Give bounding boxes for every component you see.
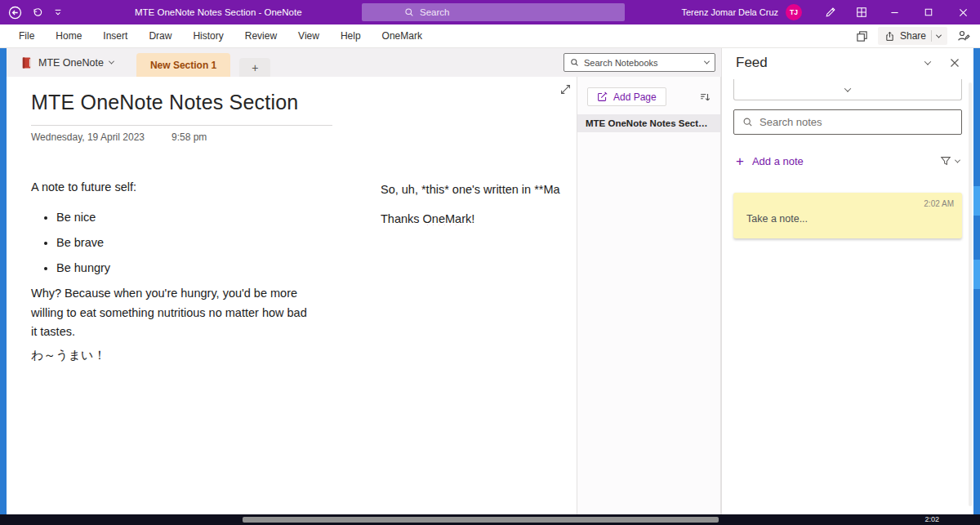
section-tab-new-section-1[interactable]: New Section 1 [136, 53, 230, 77]
menu-history[interactable]: History [182, 24, 234, 47]
menubar-right: Share [856, 27, 980, 45]
account-name[interactable]: Terenz Jomar Dela Cruz [681, 7, 778, 17]
side-note-line2: Thanks OneMark! [381, 212, 577, 225]
plus-icon: + [736, 154, 744, 168]
menu-draw[interactable]: Draw [138, 24, 182, 47]
feed-search-input[interactable] [760, 116, 953, 128]
note-text: Take a note... [746, 213, 808, 225]
feed-search-box[interactable] [733, 109, 962, 135]
sticky-note-card[interactable]: 2:02 AM Take a note... [733, 193, 962, 238]
share-chevron-icon[interactable] [936, 32, 942, 38]
misspelled-word: OneMark [423, 212, 472, 225]
quick-access-toolbar [0, 6, 63, 20]
ribbon-options-icon[interactable] [53, 7, 63, 17]
feed-header: Feed [722, 48, 973, 78]
notebook-search-placeholder: Search Notebooks [584, 58, 700, 68]
section-tabs: New Section 1 + [136, 48, 270, 77]
menu-home[interactable]: Home [45, 24, 92, 47]
side-note-line1: So, uh, *this* one's written in **Ma [381, 180, 577, 198]
back-icon[interactable] [8, 6, 22, 20]
page-list: MTE OneNote Notes Sect… [577, 114, 720, 132]
note-bullet-list: Be nice Be brave Be hungry [31, 208, 325, 277]
notebook-name: MTE OneNote [38, 57, 104, 69]
notebook-icon [20, 56, 33, 69]
share-label: Share [900, 30, 926, 42]
feed-title: Feed [736, 55, 768, 71]
main-column: MTE OneNote New Section 1 + Search Noteb… [7, 48, 721, 514]
feed-close-icon[interactable] [950, 58, 960, 68]
menu-insert[interactable]: Insert [92, 24, 138, 47]
menu-onemark[interactable]: OneMark [372, 24, 433, 47]
notebook-search-box[interactable]: Search Notebooks [564, 53, 715, 72]
search-icon [570, 58, 579, 67]
compose-icon [597, 91, 608, 102]
titlebar-right: Terenz Jomar Dela Cruz TJ [681, 0, 980, 24]
bullet-item: Be nice [56, 208, 325, 226]
onenote-window: MTE OneNote New Section 1 + Search Noteb… [7, 48, 973, 514]
expand-page-icon[interactable] [560, 84, 571, 95]
collapsed-filter-control[interactable] [733, 79, 962, 100]
menu-review[interactable]: Review [234, 24, 287, 47]
page-date[interactable]: Wednesday, 19 April 2023 [31, 131, 145, 143]
feed-toolbar: + Add a note [736, 153, 960, 169]
undo-icon[interactable] [32, 7, 43, 18]
horizontal-scrollbar[interactable] [243, 517, 719, 523]
content-row: MTE OneNote Notes Section Wednesday, 19 … [7, 77, 721, 514]
ribbon-menubar: File Home Insert Draw History Review Vie… [0, 24, 980, 48]
maximize-button[interactable] [911, 0, 946, 24]
page-meta: Wednesday, 19 April 2023 9:58 pm [31, 131, 207, 143]
add-page-label: Add Page [613, 91, 657, 103]
search-icon [404, 7, 414, 17]
titlebar-search[interactable]: Search [362, 3, 625, 21]
page-list-item[interactable]: MTE OneNote Notes Sect… [577, 114, 720, 132]
menu-view[interactable]: View [287, 24, 330, 47]
note-japanese-line: わ～うまい！ [31, 348, 325, 363]
feed-filter-control[interactable] [940, 155, 960, 167]
person-edit-icon[interactable] [957, 29, 970, 42]
overlapping-windows-icon[interactable] [856, 30, 868, 42]
share-icon [884, 31, 895, 42]
note-paragraph: Why? Because when you're hungry, you'd b… [31, 284, 312, 342]
page-title[interactable]: MTE OneNote Notes Section [31, 91, 332, 126]
close-button[interactable] [946, 0, 980, 24]
notebook-dropdown-icon[interactable] [109, 59, 114, 65]
side-note-block[interactable]: So, uh, *this* one's written in **Ma Tha… [381, 180, 577, 225]
menu-file[interactable]: File [8, 24, 45, 47]
page-time[interactable]: 9:58 pm [172, 131, 207, 143]
share-button[interactable]: Share [878, 27, 947, 45]
notebook-search-chevron-icon[interactable] [704, 59, 710, 65]
notebook-bar: MTE OneNote New Section 1 + Search Noteb… [7, 48, 721, 77]
add-section-button[interactable]: + [239, 58, 270, 77]
bullet-item: Be brave [56, 234, 325, 251]
menu-help[interactable]: Help [330, 24, 372, 47]
taskbar-time: 2:02 [924, 515, 939, 523]
page-list-toolbar: Add Page [577, 77, 720, 106]
window-title: MTE OneNote Notes Section - OneNote [135, 7, 302, 17]
add-note-button[interactable]: + Add a note [736, 154, 804, 168]
desktop-edge-accent [973, 260, 980, 289]
avatar[interactable]: TJ [786, 4, 802, 20]
page-list-panel: Add Page MTE OneNote Notes Sect… [577, 77, 721, 514]
bullet-item: Be hungry [56, 259, 325, 277]
add-page-button[interactable]: Add Page [587, 87, 666, 106]
titlebar: MTE OneNote Notes Section - OneNote Sear… [0, 0, 980, 24]
desktop-edge-accent [973, 186, 980, 216]
feed-header-actions [925, 58, 960, 68]
page-canvas[interactable]: MTE OneNote Notes Section Wednesday, 19 … [7, 77, 577, 514]
note-intro: A note to future self: [31, 178, 325, 196]
add-note-label: Add a note [752, 155, 804, 167]
ink-pen-icon[interactable] [815, 0, 846, 24]
note-body[interactable]: A note to future self: Be nice Be brave … [31, 178, 325, 363]
titlebar-search-placeholder: Search [420, 7, 449, 17]
feed-collapse-icon[interactable] [924, 58, 931, 65]
layout-grid-icon[interactable] [846, 0, 877, 24]
search-icon [742, 117, 753, 127]
feed-panel: Feed + Add a note [721, 48, 973, 514]
sort-pages-icon[interactable] [699, 91, 710, 103]
feed-scrollbar[interactable] [969, 82, 972, 506]
note-timestamp: 2:02 AM [924, 199, 954, 208]
filter-funnel-icon [940, 155, 951, 167]
minimize-button[interactable] [877, 0, 911, 24]
notebook-switcher[interactable]: MTE OneNote [7, 48, 114, 77]
share-divider [931, 30, 932, 42]
